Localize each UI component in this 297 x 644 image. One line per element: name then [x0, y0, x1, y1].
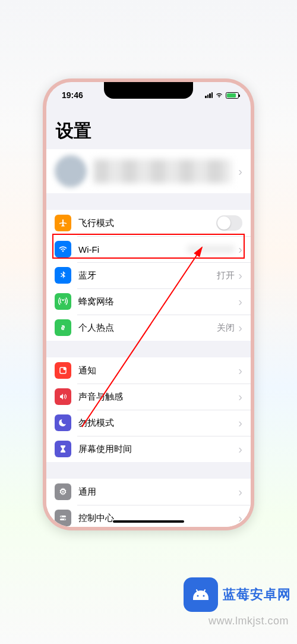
row-label: 蜂窝网络 [78, 296, 238, 307]
home-indicator[interactable] [113, 520, 184, 523]
row-notifications[interactable]: 通知 › [46, 357, 251, 384]
row-label: 屏幕使用时间 [78, 444, 238, 455]
android-logo-icon [184, 577, 218, 612]
phone-frame: 19:46 设置 › 飞行模式 [43, 78, 254, 530]
svg-point-12 [203, 595, 205, 597]
row-label: 声音与触感 [78, 391, 238, 403]
page-title: 设置 [46, 108, 251, 149]
row-label: 个人热点 [78, 322, 217, 334]
notch [104, 82, 193, 99]
row-label: Wi-Fi [78, 244, 187, 255]
cellular-icon [55, 293, 71, 310]
row-value: 打开 [217, 270, 235, 281]
row-dnd[interactable]: 勿扰模式 › [46, 410, 251, 436]
row-general[interactable]: 通用 › [46, 479, 251, 505]
row-label: 勿扰模式 [78, 417, 238, 429]
gear-icon [55, 483, 71, 500]
row-screentime[interactable]: 屏幕使用时间 › [46, 436, 251, 462]
svg-point-1 [64, 367, 67, 370]
chevron-right-icon: › [238, 243, 242, 256]
chevron-right-icon: › [238, 364, 242, 378]
phone-screen: 19:46 设置 › 飞行模式 [46, 82, 251, 527]
moon-icon [55, 414, 71, 431]
svg-point-11 [197, 595, 199, 597]
bluetooth-icon [55, 267, 71, 284]
battery-icon [226, 92, 239, 99]
row-cellular[interactable]: 蜂窝网络 › [46, 288, 251, 315]
airplane-icon [55, 215, 71, 231]
svg-point-5 [64, 519, 65, 520]
watermark-url: www.lmkjst.com [208, 615, 289, 627]
watermark-badge: 蓝莓安卓网 [184, 577, 291, 612]
chevron-right-icon: › [238, 295, 242, 309]
airplane-switch[interactable] [216, 215, 242, 231]
row-hotspot[interactable]: 个人热点 关闭 › [46, 315, 251, 341]
wifi-value-redacted [187, 245, 235, 253]
watermark-brand: 蓝莓安卓网 [223, 586, 291, 604]
row-label: 蓝牙 [78, 270, 217, 281]
account-row[interactable]: › [46, 149, 251, 193]
account-name-redacted [94, 159, 231, 183]
switches-icon [55, 510, 71, 526]
chevron-right-icon: › [238, 390, 242, 404]
chevron-right-icon: › [238, 165, 242, 178]
wifi-icon [55, 241, 71, 257]
status-indicators [205, 92, 239, 99]
chevron-right-icon: › [238, 442, 242, 456]
row-wifi[interactable]: Wi-Fi › [46, 236, 251, 262]
status-time: 19:46 [62, 90, 83, 100]
chevron-right-icon: › [238, 416, 242, 430]
sound-icon [55, 388, 71, 405]
row-bluetooth[interactable]: 蓝牙 打开 › [46, 262, 251, 288]
svg-point-3 [61, 516, 62, 517]
wifi-status-icon [215, 92, 223, 98]
row-value: 关闭 [217, 322, 235, 334]
settings-group-1: 飞行模式 Wi-Fi › 蓝牙 打开 › [46, 210, 251, 341]
notifications-icon [55, 362, 71, 379]
avatar [55, 155, 87, 187]
row-label: 飞行模式 [78, 218, 216, 229]
chevron-right-icon: › [238, 321, 242, 335]
row-label: 通知 [78, 365, 238, 376]
chevron-right-icon: › [238, 269, 242, 282]
hotspot-icon [55, 319, 71, 336]
chevron-right-icon: › [238, 511, 242, 525]
row-control[interactable]: 控制中心 › [46, 505, 251, 527]
row-sound[interactable]: 声音与触感 › [46, 384, 251, 410]
settings-group-2: 通知 › 声音与触感 › 勿扰模式 › 屏幕使 [46, 357, 251, 462]
hourglass-icon [55, 441, 71, 457]
settings-group-3: 通用 › 控制中心 › AA 显示与亮度 › 辅 [46, 479, 251, 527]
row-label: 通用 [78, 486, 238, 498]
chevron-right-icon: › [238, 485, 242, 499]
signal-icon [205, 92, 213, 98]
row-airplane[interactable]: 飞行模式 [46, 210, 251, 236]
